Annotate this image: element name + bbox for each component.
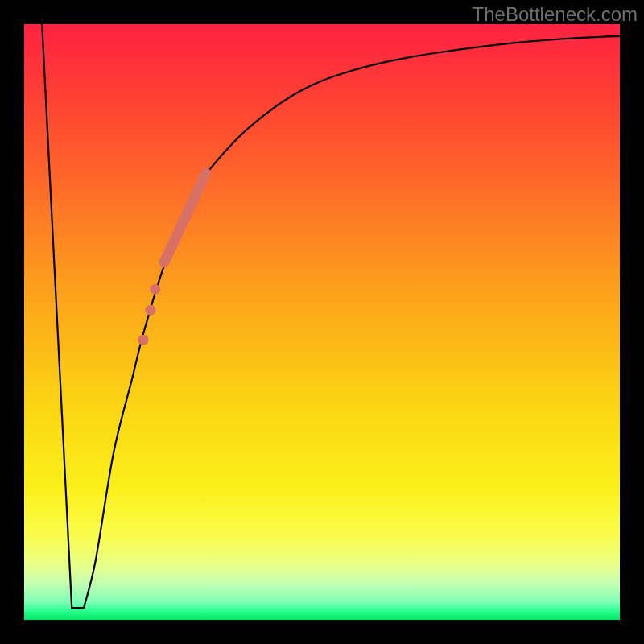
chart-container: TheBottleneck.com [0,0,644,644]
watermark: TheBottleneck.com [473,3,638,26]
plot-area [24,24,620,620]
chart-svg [24,24,620,620]
highlight-dot [138,335,149,345]
gradient-background [24,24,620,620]
highlight-dot [150,284,160,295]
highlight-dot [145,305,155,316]
